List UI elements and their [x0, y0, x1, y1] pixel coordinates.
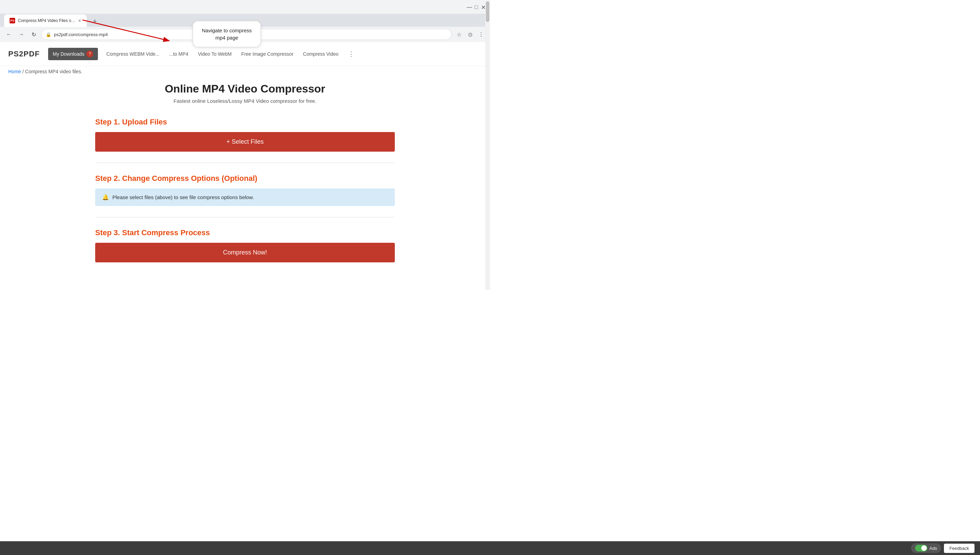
step3-heading: Step 3. Start Compress Process: [95, 228, 395, 237]
lock-icon: 🔒: [46, 32, 51, 37]
bell-icon: 🔔: [102, 194, 109, 201]
breadcrumb-home[interactable]: Home: [8, 69, 21, 74]
address-bar-actions: ☆ ⊙ ⋮: [454, 30, 486, 39]
step2-heading: Step 2. Change Compress Options (Optiona…: [95, 174, 395, 183]
nav-link-video-to-webm[interactable]: Video To WebM: [198, 51, 232, 57]
nav-link-compress-webm[interactable]: Compress WEBM Vide...: [106, 51, 160, 57]
my-downloads-label: My Downloads: [53, 51, 85, 57]
page-content: Online MP4 Video Compressor Fastest onli…: [87, 77, 403, 290]
window-controls: — □ ✕: [467, 4, 486, 10]
tab-title: Compress MP4 Video Files online: [18, 18, 75, 23]
nav-link-compress-video[interactable]: Compress Video: [303, 51, 339, 57]
new-tab-button[interactable]: +: [90, 16, 100, 27]
divider-1: [95, 163, 395, 163]
profile-button[interactable]: ⊙: [465, 30, 475, 39]
compress-now-button[interactable]: Compress Now!: [95, 243, 395, 262]
scrollbar-thumb[interactable]: [486, 2, 489, 22]
compress-now-label: Compress Now!: [223, 249, 267, 256]
step1-heading: Step 1. Upload Files: [95, 118, 395, 127]
my-downloads-badge: ?: [86, 51, 93, 58]
bookmark-button[interactable]: ☆: [454, 30, 464, 39]
nav-link-free-image-compressor[interactable]: Free Image Compressor: [241, 51, 293, 57]
main-nav: Compress WEBM Vide... ...to MP4 Video To…: [106, 50, 482, 58]
chrome-menu-button[interactable]: ⋮: [476, 30, 486, 39]
site-logo: PS2PDF: [8, 50, 40, 58]
select-files-button[interactable]: + Select Files: [95, 132, 395, 152]
tab-favicon: PS: [10, 18, 15, 23]
active-tab[interactable]: PS Compress MP4 Video Files online ×: [4, 14, 86, 27]
back-button[interactable]: ←: [4, 30, 14, 39]
maximize-button[interactable]: □: [473, 4, 479, 10]
info-box: 🔔 Please select files (above) to see fil…: [95, 188, 395, 206]
title-bar: — □ ✕: [0, 0, 490, 14]
annotation-tooltip: Navigate to compress mp4 page: [192, 21, 261, 47]
my-downloads-button[interactable]: My Downloads ?: [48, 48, 98, 60]
page-subtitle: Fastest online Loseless/Lossy MP4 Video …: [95, 98, 395, 104]
nav-link-to-mp4[interactable]: ...to MP4: [169, 51, 188, 57]
reload-button[interactable]: ↻: [29, 30, 38, 39]
nav-more-icon[interactable]: ⋮: [348, 50, 354, 58]
info-message: Please select files (above) to see file …: [112, 194, 254, 200]
select-files-label: + Select Files: [227, 138, 264, 146]
breadcrumb-current: Compress MP4 video files.: [25, 69, 83, 74]
breadcrumb-separator: /: [22, 69, 25, 74]
website-content: PS2PDF My Downloads ? Compress WEBM Vide…: [0, 42, 490, 290]
minimize-button[interactable]: —: [467, 4, 472, 10]
page-title: Online MP4 Video Compressor: [95, 83, 395, 95]
tab-close-icon[interactable]: ×: [78, 18, 81, 23]
breadcrumb: Home / Compress MP4 video files.: [0, 66, 490, 77]
divider-2: [95, 217, 395, 217]
forward-button[interactable]: →: [16, 30, 26, 39]
scrollbar-track[interactable]: [485, 0, 490, 290]
